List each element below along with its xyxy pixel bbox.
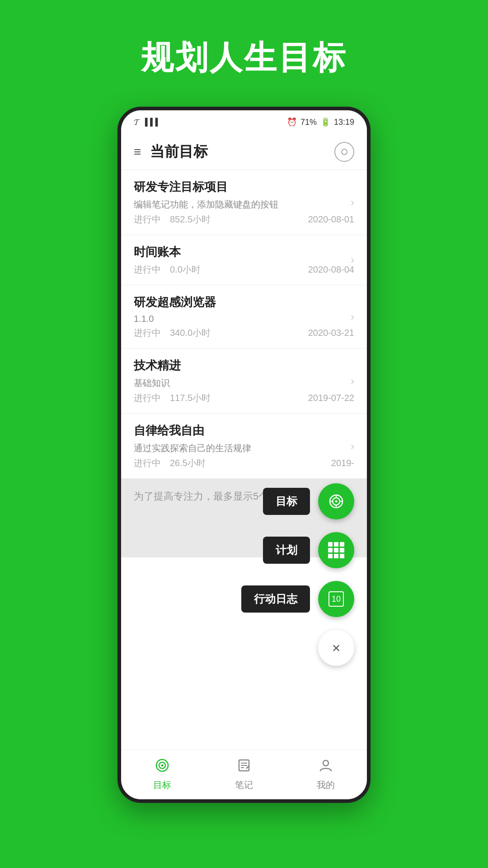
content-list: 研发专注目标项目 编辑笔记功能，添加隐藏键盘的按钮 进行中 852.5小时 20…	[121, 170, 367, 750]
list-item[interactable]: 研发超感浏览器 1.1.0 进行中 340.0小时 2020-03-21 ›	[121, 285, 367, 349]
nav-item-profile[interactable]: 我的	[317, 758, 335, 791]
screen-title: 当前目标	[150, 142, 334, 162]
item-status: 进行中	[134, 392, 161, 404]
item-title: 研发超感浏览器	[134, 294, 354, 310]
item-date: 2019-	[331, 458, 354, 468]
list-item[interactable]: 自律给我自由 通过实践探索自己的生活规律 进行中 26.5小时 2019- ›	[121, 414, 367, 479]
fab-row-plan: 计划	[263, 532, 354, 568]
status-bar: 𝓣 ▐▐▐ ⏰ 71% 🔋 13:19	[121, 110, 367, 134]
battery-icon: 🔋	[320, 117, 330, 127]
svg-point-14	[323, 760, 328, 766]
top-bar: ≡ 当前目标	[121, 134, 367, 170]
goals-nav-icon	[155, 758, 169, 776]
page-title: 规划人生目标	[141, 36, 347, 80]
item-title: 研发专注目标项目	[134, 179, 354, 195]
clock: 13:19	[334, 118, 354, 127]
fab-row-journal: 行动日志 10	[241, 581, 354, 617]
notes-icon-svg	[237, 758, 251, 773]
item-subtitle: 通过实践探索自己的生活规律	[134, 442, 354, 454]
item-status: 进行中	[134, 213, 161, 226]
chevron-icon: ›	[351, 254, 354, 266]
fab-close-button[interactable]: ×	[318, 630, 354, 666]
chevron-icon: ›	[351, 311, 354, 323]
item-subtitle: 1.1.0	[134, 314, 354, 324]
item-date: 2020-08-04	[308, 264, 354, 275]
overlay-container: 为了提高专注力，最多显示5个目标。 目标	[121, 479, 367, 557]
item-meta: 进行中 0.0小时 2020-08-04	[134, 264, 354, 276]
svg-point-2	[335, 500, 338, 503]
fab-row-close: ×	[318, 630, 354, 666]
item-hours: 117.5小时	[170, 392, 211, 404]
profile-nav-icon	[319, 758, 333, 776]
bottom-nav: 目标 笔记 我的	[121, 750, 367, 799]
item-status: 进行中	[134, 264, 161, 276]
nav-item-goals[interactable]: 目标	[153, 758, 171, 791]
fab-stack: 目标 计划	[241, 479, 354, 666]
profile-icon-svg	[319, 758, 333, 773]
item-title: 自律给我自由	[134, 423, 354, 439]
notes-nav-icon	[237, 758, 251, 776]
fab-label-plan[interactable]: 计划	[263, 537, 310, 564]
item-hours: 852.5小时	[170, 213, 211, 226]
goals-icon-svg	[155, 758, 169, 773]
network-icon: 𝓣	[134, 118, 140, 127]
phone-frame: 𝓣 ▐▐▐ ⏰ 71% 🔋 13:19 ≡ 当前目标 研发专注目标项目 编辑笔记…	[117, 107, 371, 803]
item-status: 进行中	[134, 457, 161, 469]
menu-icon[interactable]: ≡	[134, 145, 141, 159]
fab-circle-plan[interactable]	[318, 532, 354, 568]
list-item[interactable]: 时间账本 进行中 0.0小时 2020-08-04 ›	[121, 235, 367, 285]
fab-circle-journal[interactable]: 10	[318, 581, 354, 617]
circle-inner	[341, 149, 347, 155]
item-status: 进行中	[134, 327, 161, 339]
item-hours: 26.5小时	[170, 457, 206, 469]
chevron-icon: ›	[351, 375, 354, 387]
status-left: 𝓣 ▐▐▐	[134, 118, 158, 127]
battery-level: 71%	[300, 118, 317, 127]
target-icon	[328, 494, 344, 509]
item-date: 2020-03-21	[308, 328, 354, 338]
fab-circle-target[interactable]	[318, 483, 354, 519]
chevron-icon: ›	[351, 196, 354, 209]
fab-label-journal[interactable]: 行动日志	[241, 585, 310, 613]
fab-row-target: 目标	[263, 483, 354, 519]
item-subtitle: 编辑笔记功能，添加隐藏键盘的按钮	[134, 198, 354, 211]
chevron-icon: ›	[351, 440, 354, 453]
item-date: 2019-07-22	[308, 393, 354, 403]
grid-icon	[328, 542, 344, 558]
signal-bars: ▐▐▐	[142, 118, 158, 126]
nav-label-goals: 目标	[153, 779, 171, 791]
nav-label-notes: 笔记	[235, 779, 253, 791]
list-item[interactable]: 研发专注目标项目 编辑笔记功能，添加隐藏键盘的按钮 进行中 852.5小时 20…	[121, 170, 367, 235]
nav-item-notes[interactable]: 笔记	[235, 758, 253, 791]
item-meta: 进行中 852.5小时 2020-08-01	[134, 213, 354, 226]
list-item[interactable]: 技术精进 基础知识 进行中 117.5小时 2019-07-22 ›	[121, 349, 367, 414]
status-right: ⏰ 71% 🔋 13:19	[287, 117, 354, 127]
fab-label-target[interactable]: 目标	[263, 488, 310, 515]
item-title: 技术精进	[134, 358, 354, 373]
nav-label-profile: 我的	[317, 779, 335, 791]
settings-icon[interactable]	[334, 142, 354, 162]
item-hours: 340.0小时	[170, 327, 211, 339]
item-meta: 进行中 26.5小时 2019-	[134, 457, 354, 469]
item-meta: 进行中 340.0小时 2020-03-21	[134, 327, 354, 339]
item-subtitle: 基础知识	[134, 377, 354, 389]
svg-point-9	[161, 764, 163, 767]
item-title: 时间账本	[134, 244, 354, 260]
item-meta: 进行中 117.5小时 2019-07-22	[134, 392, 354, 404]
item-hours: 0.0小时	[170, 264, 201, 276]
calendar-icon: 10	[328, 591, 344, 607]
item-date: 2020-08-01	[308, 214, 354, 225]
close-icon: ×	[332, 640, 341, 656]
alarm-icon: ⏰	[287, 117, 297, 127]
